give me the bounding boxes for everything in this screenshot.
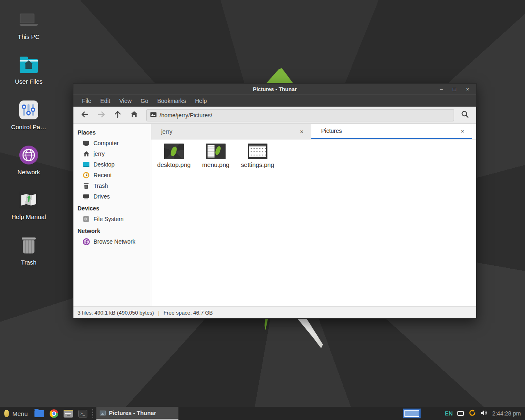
- start-menu-button[interactable]: Menu: [2, 407, 31, 420]
- distro-menu-icon: [4, 409, 9, 417]
- sidebar-item-browse-network[interactable]: Browse Network: [73, 236, 151, 247]
- menu-file[interactable]: File: [78, 95, 96, 107]
- taskbar-separator: [92, 409, 93, 418]
- desktop-icon-label: Network: [17, 169, 40, 176]
- system-tray: EN 2:44:28 pm: [445, 409, 523, 418]
- file-menu-png[interactable]: menu.png: [195, 144, 237, 168]
- menubar: File Edit View Go Bookmarks Help: [73, 94, 476, 107]
- sidebar-item-jerry-home[interactable]: jerry: [73, 148, 151, 159]
- mint-leaf-top: [267, 68, 293, 83]
- desktop-icon-help-manual[interactable]: Help Manual: [2, 190, 55, 220]
- sidebar-item-recent[interactable]: Recent: [73, 170, 151, 180]
- back-button[interactable]: [78, 109, 92, 122]
- desktop-icon-label: Help Manual: [11, 213, 46, 220]
- quick-launchers: >_: [34, 409, 87, 418]
- up-icon: [114, 111, 121, 120]
- up-button[interactable]: [110, 109, 125, 122]
- help-manual-icon: [19, 190, 39, 210]
- path-text: /home/jerry/Pictures/: [160, 112, 212, 119]
- taskbar: Menu >_ Pictures - Thunar EN 2:44:28 pm: [0, 407, 525, 420]
- thunar-window: Pictures - Thunar – □ × File Edit View G…: [73, 83, 477, 319]
- desktop-png-thumbnail: [164, 144, 184, 159]
- taskbar-window-button[interactable]: Pictures - Thunar: [96, 407, 178, 420]
- desktop-icon-label: Control Pa…: [11, 123, 46, 130]
- toolbar: /home/jerry/Pictures/: [73, 107, 476, 124]
- forward-icon: [98, 111, 105, 119]
- workspace-switcher[interactable]: [403, 409, 421, 418]
- sidebar-item-label: File System: [94, 216, 123, 222]
- desktop-icon-this-pc[interactable]: This PC: [2, 10, 55, 40]
- sidebar-item-label: Computer: [94, 140, 119, 146]
- desktop: This PC User Files Control Pa… Network H…: [0, 0, 525, 420]
- sidebar-item-desktop[interactable]: Desktop: [73, 159, 151, 170]
- home-button[interactable]: [127, 109, 142, 122]
- desktop-icon-network[interactable]: Network: [2, 145, 55, 176]
- mint-logo-blade: [294, 318, 325, 348]
- pathbar[interactable]: /home/jerry/Pictures/: [146, 109, 454, 121]
- file-name: settings.png: [241, 161, 274, 168]
- status-files-text: 3 files: 490.1 kB (490,050 bytes): [78, 310, 154, 316]
- close-button[interactable]: ×: [464, 86, 471, 92]
- update-manager-icon[interactable]: [468, 409, 476, 418]
- tab-close-icon[interactable]: ×: [459, 128, 466, 135]
- this-pc-icon: [19, 10, 39, 30]
- user-files-folder-icon: [19, 55, 39, 74]
- search-button[interactable]: [457, 109, 472, 122]
- menu-label: Menu: [12, 410, 28, 417]
- file-desktop-png[interactable]: desktop.png: [153, 144, 195, 168]
- file-settings-png[interactable]: settings.png: [237, 144, 278, 168]
- terminal-launcher-icon[interactable]: >_: [78, 410, 87, 418]
- sidebar-item-trash[interactable]: Trash: [73, 180, 151, 191]
- active-workspace[interactable]: [404, 410, 419, 417]
- menu-help[interactable]: Help: [191, 95, 212, 107]
- drives-icon: [82, 193, 90, 200]
- forward-button[interactable]: [94, 109, 109, 122]
- tab-pictures[interactable]: Pictures ×: [311, 124, 472, 139]
- tab-jerry[interactable]: jerry ×: [151, 124, 311, 139]
- archive-launcher-icon[interactable]: [64, 410, 73, 418]
- menu-bookmarks[interactable]: Bookmarks: [153, 95, 190, 107]
- sidebar: Places Computer jerry Desktop Recent: [73, 124, 151, 306]
- sidebar-header-devices: Devices: [73, 202, 151, 214]
- task-label: Pictures - Thunar: [109, 410, 156, 416]
- tab-close-icon[interactable]: ×: [298, 128, 305, 135]
- settings-png-thumbnail: [248, 144, 267, 159]
- maximize-button[interactable]: □: [451, 86, 458, 92]
- network-globe-icon: [82, 238, 90, 245]
- desktop-icon-label: This PC: [18, 33, 39, 40]
- volume-icon[interactable]: [481, 410, 488, 418]
- sidebar-header-places: Places: [73, 126, 151, 138]
- tab-label: Pictures: [321, 128, 459, 134]
- desktop-icon-user-files[interactable]: User Files: [2, 55, 55, 85]
- sidebar-item-file-system[interactable]: File System: [73, 214, 151, 224]
- sidebar-item-label: jerry: [94, 151, 105, 157]
- menu-go[interactable]: Go: [136, 95, 153, 107]
- recent-clock-icon: [82, 171, 90, 179]
- display-tray-icon[interactable]: [457, 411, 464, 416]
- desktop-icon-trash[interactable]: Trash: [2, 235, 55, 266]
- status-bar: 3 files: 490.1 kB (490,050 bytes) | Free…: [73, 306, 476, 318]
- home-icon: [130, 111, 138, 119]
- file-manager-launcher-icon[interactable]: [34, 410, 44, 417]
- window-title: Pictures - Thunar: [73, 86, 476, 92]
- mint-leaf-sliver: [263, 318, 272, 330]
- desktop-icon-control-panel[interactable]: Control Pa…: [2, 100, 55, 130]
- chrome-launcher-icon[interactable]: [50, 409, 58, 418]
- menu-edit[interactable]: Edit: [96, 95, 115, 107]
- computer-icon: [82, 139, 90, 147]
- menu-view[interactable]: View: [115, 95, 136, 107]
- status-free-space: Free space: 46.7 GB: [164, 310, 213, 316]
- window-titlebar[interactable]: Pictures - Thunar – □ ×: [73, 84, 476, 94]
- control-panel-icon: [19, 100, 39, 120]
- sidebar-item-label: Recent: [94, 172, 112, 178]
- clock[interactable]: 2:44:28 pm: [492, 410, 521, 417]
- network-globe-icon: [19, 145, 39, 165]
- tab-label: jerry: [161, 128, 298, 135]
- back-icon: [81, 111, 89, 119]
- file-view[interactable]: desktop.png menu.png settings.png: [151, 139, 476, 306]
- desktop-icon-label: Trash: [21, 259, 37, 266]
- minimize-button[interactable]: –: [438, 86, 445, 92]
- keyboard-layout-indicator[interactable]: EN: [445, 410, 452, 417]
- sidebar-item-computer[interactable]: Computer: [73, 138, 151, 148]
- sidebar-item-drives[interactable]: Drives: [73, 191, 151, 202]
